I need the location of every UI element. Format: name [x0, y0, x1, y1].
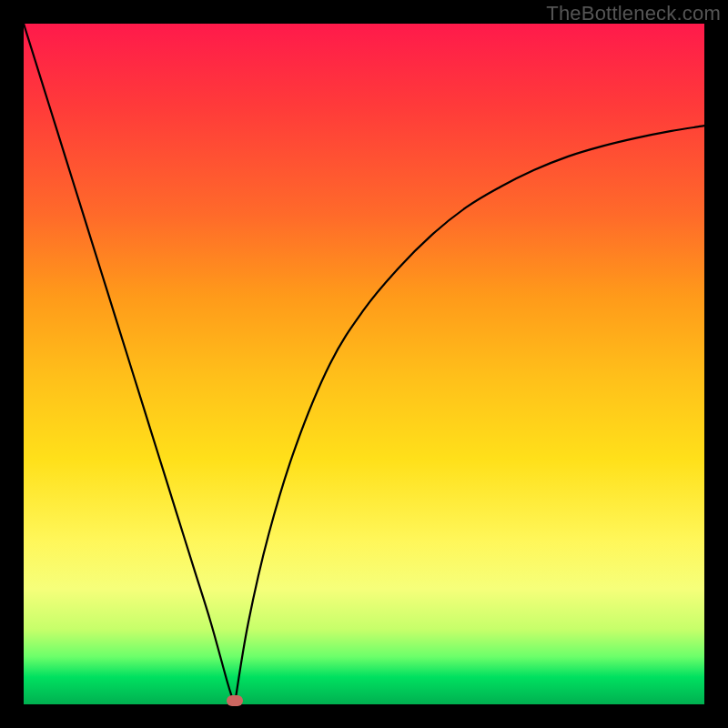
watermark-text: TheBottleneck.com	[546, 2, 721, 25]
plot-area	[24, 24, 704, 704]
bottleneck-curve	[24, 24, 704, 704]
minimum-marker	[227, 695, 243, 706]
chart-container: TheBottleneck.com	[0, 0, 728, 728]
